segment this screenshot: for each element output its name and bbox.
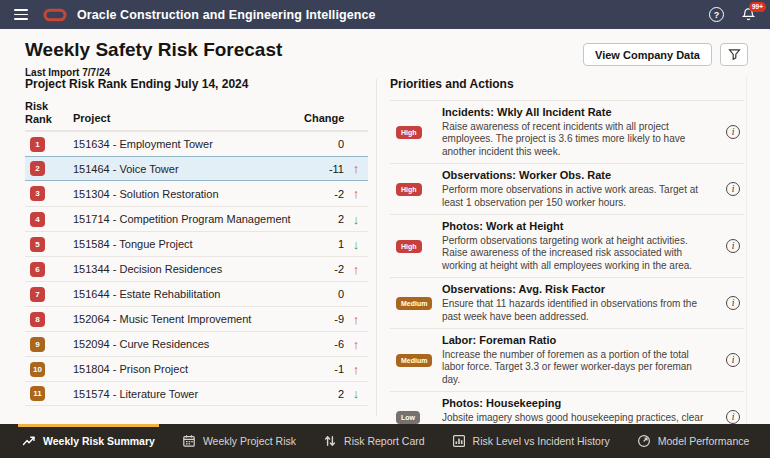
change-value: -11 bbox=[304, 163, 344, 175]
view-company-data-button[interactable]: View Company Data bbox=[583, 43, 712, 66]
table-row[interactable]: 5 151584 - Tongue Project 1 bbox=[25, 231, 368, 256]
tab-risk-level-vs-incident-history[interactable]: Risk Level vs Incident History bbox=[452, 424, 610, 458]
change-arrow-icon bbox=[344, 187, 368, 200]
page-body: Weekly Safety Risk Forecast Last Import … bbox=[0, 29, 770, 424]
rank-badge: 11 bbox=[30, 386, 45, 401]
app-title: Oracle Construction and Engineering Inte… bbox=[77, 8, 376, 22]
col-header-project: Project bbox=[73, 112, 304, 125]
info-icon[interactable] bbox=[726, 125, 740, 139]
priority-level-badge: High bbox=[396, 126, 422, 139]
priority-item: High Incidents: Wkly All Incident Rate R… bbox=[390, 101, 744, 164]
filter-button[interactable] bbox=[720, 43, 748, 66]
priority-item: Low Photos: Housekeeping Jobsite imagery… bbox=[390, 392, 744, 424]
priority-item: Medium Labor: Foreman Ratio Increase the… bbox=[390, 329, 744, 392]
priorities-title: Priorities and Actions bbox=[390, 77, 744, 101]
change-value: 0 bbox=[304, 138, 344, 150]
project-name: 151344 - Decision Residences bbox=[73, 263, 304, 275]
rank-badge: 6 bbox=[30, 262, 45, 277]
info-icon[interactable] bbox=[726, 353, 740, 367]
priority-item: High Photos: Work at Height Perform obse… bbox=[390, 215, 744, 278]
change-value: -1 bbox=[304, 363, 344, 375]
sort-arrows-icon bbox=[323, 434, 337, 448]
priority-title: Photos: Housekeeping bbox=[442, 397, 712, 411]
col-header-change: Change bbox=[304, 112, 344, 125]
priority-title: Observations: Worker Obs. Rate bbox=[442, 169, 712, 183]
table-row[interactable]: 4 151714 - Competition Program Managemen… bbox=[25, 206, 368, 231]
priority-description: Perform observations targeting work at h… bbox=[442, 235, 712, 273]
priority-description: Raise awareness of recent incidents with… bbox=[442, 121, 712, 159]
change-value: 0 bbox=[304, 288, 344, 300]
change-value: -2 bbox=[304, 263, 344, 275]
project-name: 151804 - Prison Project bbox=[73, 363, 304, 375]
project-name: 152094 - Curve Residences bbox=[73, 338, 304, 350]
table-row[interactable]: 11 151574 - Literature Tower 2 bbox=[25, 381, 368, 406]
info-icon[interactable] bbox=[726, 182, 740, 196]
priority-item: Medium Observations: Avg. Risk Factor En… bbox=[390, 278, 744, 329]
oracle-logo-icon bbox=[43, 8, 67, 22]
priority-level-badge: Medium bbox=[396, 354, 432, 367]
table-row[interactable]: 6 151344 - Decision Residences -2 bbox=[25, 256, 368, 281]
rank-badge: 9 bbox=[30, 337, 45, 352]
rank-badge: 3 bbox=[30, 186, 45, 201]
priority-description: Increase the number of foremen as a port… bbox=[442, 349, 712, 387]
col-header-rank: Risk Rank bbox=[25, 100, 55, 125]
panel-divider bbox=[376, 79, 377, 416]
table-row[interactable]: 3 151304 - Solution Restoration -2 bbox=[25, 181, 368, 206]
table-row[interactable]: 2 151464 - Voice Tower -11 bbox=[25, 156, 368, 181]
tab-risk-report-card[interactable]: Risk Report Card bbox=[323, 424, 425, 458]
change-arrow-icon bbox=[344, 313, 368, 326]
trend-icon bbox=[22, 434, 36, 448]
change-value: -2 bbox=[304, 188, 344, 200]
table-row[interactable]: 7 151644 - Estate Rehabilitation 0 bbox=[25, 281, 368, 306]
bar-chart-icon bbox=[452, 434, 466, 448]
gauge-icon bbox=[637, 434, 651, 448]
project-risk-rank-panel: Project Risk Rank Ending July 14, 2024 R… bbox=[25, 77, 368, 424]
table-row[interactable]: 10 151804 - Prison Project -1 bbox=[25, 356, 368, 381]
info-icon[interactable] bbox=[726, 410, 740, 424]
change-arrow-icon bbox=[344, 213, 368, 226]
project-name: 151584 - Tongue Project bbox=[73, 238, 304, 250]
table-row[interactable]: 8 152064 - Music Tenent Improvement -9 bbox=[25, 306, 368, 331]
table-row[interactable]: 1 151634 - Employment Tower 0 bbox=[25, 131, 368, 156]
info-icon[interactable] bbox=[726, 296, 740, 310]
change-value: 2 bbox=[304, 213, 344, 225]
info-icon[interactable] bbox=[726, 239, 740, 253]
change-value: -9 bbox=[304, 313, 344, 325]
menu-icon[interactable] bbox=[14, 9, 28, 20]
notification-count-badge: 99+ bbox=[749, 2, 766, 12]
project-name: 151714 - Competition Program Management bbox=[73, 213, 304, 225]
change-arrow-icon bbox=[344, 238, 368, 251]
priority-level-badge: Medium bbox=[396, 297, 432, 310]
priority-title: Incidents: Wkly All Incident Rate bbox=[442, 106, 712, 120]
project-name: 152064 - Music Tenent Improvement bbox=[73, 313, 304, 325]
priority-level-badge: High bbox=[396, 183, 422, 196]
rank-badge: 1 bbox=[30, 137, 45, 152]
priority-level-badge: High bbox=[396, 240, 422, 253]
change-value: 1 bbox=[304, 238, 344, 250]
project-name: 151644 - Estate Rehabilitation bbox=[73, 288, 304, 300]
change-arrow-icon bbox=[344, 338, 368, 351]
priorities-panel: Priorities and Actions High Incidents: W… bbox=[390, 77, 747, 424]
change-arrow-icon bbox=[344, 363, 368, 376]
page-title: Weekly Safety Risk Forecast bbox=[25, 40, 282, 61]
funnel-icon bbox=[728, 48, 741, 61]
table-row[interactable]: 9 152094 - Curve Residences -6 bbox=[25, 331, 368, 356]
priority-description: Jobsite imagery shows good housekeeping … bbox=[442, 412, 712, 424]
notifications-bell-icon[interactable]: 99+ bbox=[741, 7, 756, 22]
tab-model-performance[interactable]: Model Performance bbox=[637, 424, 750, 458]
priority-title: Labor: Foreman Ratio bbox=[442, 334, 712, 348]
priority-description: Perform more observations in active work… bbox=[442, 184, 712, 209]
tab-weekly-project-risk[interactable]: Weekly Project Risk bbox=[182, 424, 296, 458]
rank-badge: 8 bbox=[30, 312, 45, 327]
tab-weekly-risk-summary[interactable]: Weekly Risk Summary bbox=[22, 424, 155, 458]
change-arrow-icon bbox=[344, 263, 368, 276]
project-name: 151464 - Voice Tower bbox=[73, 163, 304, 175]
calendar-icon bbox=[182, 434, 196, 448]
priority-title: Observations: Avg. Risk Factor bbox=[442, 283, 712, 297]
rank-badge: 2 bbox=[30, 161, 45, 176]
risk-table-title: Project Risk Rank Ending July 14, 2024 bbox=[25, 77, 368, 91]
rank-badge: 10 bbox=[30, 362, 45, 377]
project-name: 151634 - Employment Tower bbox=[73, 138, 304, 150]
help-icon[interactable]: ? bbox=[709, 7, 724, 22]
rank-badge: 4 bbox=[30, 212, 45, 227]
